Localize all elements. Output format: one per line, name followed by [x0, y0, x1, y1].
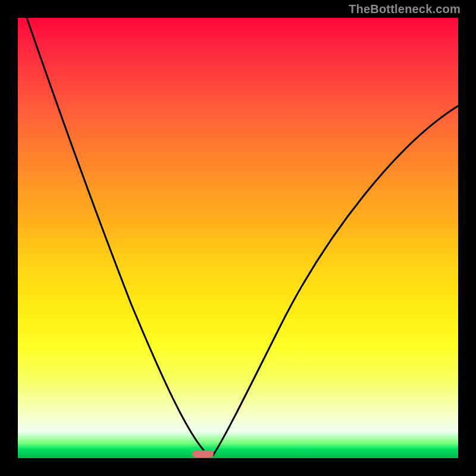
chart-frame: TheBottleneck.com — [0, 0, 476, 476]
chart-plot-area — [18, 18, 458, 458]
watermark-text: TheBottleneck.com — [349, 2, 461, 16]
optimal-marker — [192, 450, 214, 458]
